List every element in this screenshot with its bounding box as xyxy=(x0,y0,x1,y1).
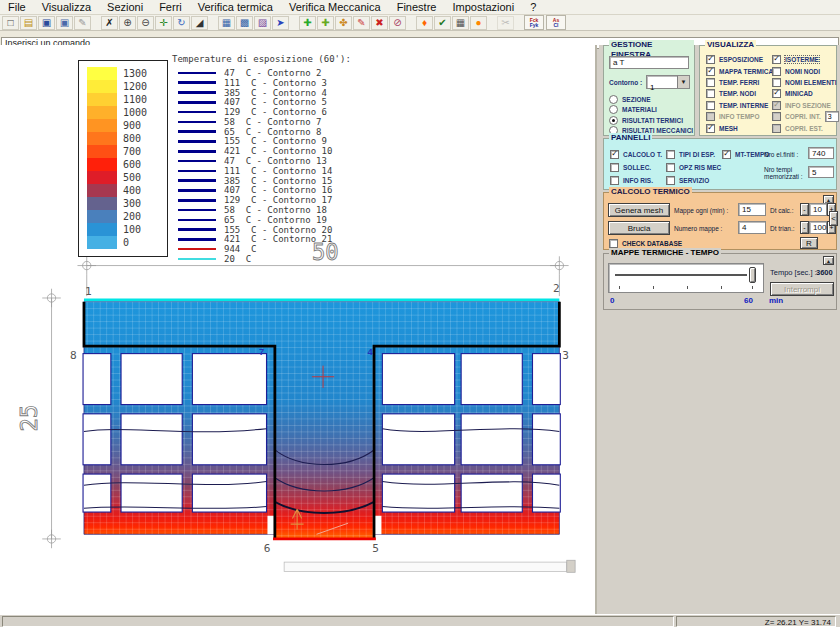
mappa-termica-icon[interactable]: ▨ xyxy=(254,16,271,30)
time-slider[interactable] xyxy=(608,263,764,293)
menu-item[interactable]: Visualizza xyxy=(34,0,99,15)
shade-icon[interactable]: ◢ xyxy=(191,16,208,30)
zoom-out-icon[interactable]: ⊖ xyxy=(137,16,154,30)
brucia-icon[interactable]: ♦ xyxy=(416,16,433,30)
mesh-icon[interactable]: ▩ xyxy=(236,16,253,30)
panel-mappe-termiche: MAPPE TERMICHE - TEMPO ▲ 0 60 min Tempo … xyxy=(603,253,837,310)
exposure-item: 944 C xyxy=(172,244,402,254)
checkbox-row[interactable]: NOMI NODI xyxy=(772,65,839,76)
checkbox-row[interactable]: MAPPA TERMICA xyxy=(706,65,773,76)
checkbox-row[interactable]: ISOTERME xyxy=(772,54,839,65)
redraw-icon[interactable]: ↻ xyxy=(173,16,190,30)
menu-item[interactable]: Verifica Meccanica xyxy=(281,0,389,15)
copri-int-field[interactable]: 3 xyxy=(825,111,839,122)
ferri-icon[interactable]: ➤ xyxy=(272,16,289,30)
fck-fyk-button[interactable]: FckFyk xyxy=(524,15,544,30)
slider-track[interactable] xyxy=(615,274,747,276)
dt-trian-field[interactable]: 100 xyxy=(809,221,827,234)
checkbox-row[interactable]: ESPOSIZIONE xyxy=(706,54,773,65)
zoom-window-icon[interactable]: ⊕ xyxy=(119,16,136,30)
checkbox-row[interactable]: SOLLEC. xyxy=(610,161,662,174)
cancella-icon[interactable]: ⊘ xyxy=(389,16,406,30)
canvas-hscrollbar[interactable] xyxy=(284,560,575,572)
checkbox-row[interactable]: INFO SEZIONE xyxy=(772,100,839,111)
legend-item: 1100 xyxy=(79,93,167,106)
radio-icon xyxy=(609,116,618,125)
tabella-icon[interactable]: ▦ xyxy=(452,16,469,30)
save-icon[interactable]: ▣ xyxy=(38,16,55,30)
new-file-icon[interactable]: □ xyxy=(2,16,19,30)
menu-item[interactable]: ? xyxy=(522,0,544,15)
as-cl-button[interactable]: AsCl xyxy=(546,15,566,30)
checkbox-row[interactable]: COPRI. EST. xyxy=(772,122,839,133)
panel-title: PANNELLI xyxy=(609,133,652,143)
checkbox-icon xyxy=(772,124,781,133)
window-name-input[interactable]: a T xyxy=(609,56,689,69)
save-report-icon[interactable]: ▣ xyxy=(56,16,73,30)
pan-icon[interactable]: ✛ xyxy=(155,16,172,30)
contour-label: 421 C - Contorno 21 xyxy=(224,234,332,244)
sposta-ferro-icon[interactable]: ✤ xyxy=(335,16,352,30)
checkbox-row[interactable]: TIPI DI ESP. xyxy=(666,148,721,161)
dt-trian-minus-button[interactable]: - xyxy=(800,221,809,234)
genera-mesh-button[interactable]: Genera mesh xyxy=(608,203,670,217)
legend-value: 0 xyxy=(123,237,129,248)
radio-row[interactable]: MATERIALI xyxy=(609,105,693,116)
checkbox-icon xyxy=(706,101,715,110)
menu-item[interactable]: Impostazioni xyxy=(444,0,522,15)
dt-calc-field[interactable]: 10 xyxy=(809,203,827,216)
edit-sheet-icon[interactable]: ✎ xyxy=(74,16,91,30)
delete-icon[interactable]: ✗ xyxy=(101,16,118,30)
menu-item[interactable]: Sezioni xyxy=(99,0,151,15)
tempi-field[interactable]: 5 xyxy=(808,166,834,178)
dt-calc-minus-button[interactable]: - xyxy=(800,203,809,216)
exposure-item: 421 C - Contorno 21 xyxy=(172,235,402,245)
radio-row[interactable]: RISULTATI TERMICI xyxy=(609,115,693,126)
chevron-down-icon[interactable]: ▼ xyxy=(677,76,689,88)
taglia-icon[interactable]: ✂ xyxy=(497,16,514,30)
sezione-icon[interactable]: ▦ xyxy=(218,16,235,30)
slider-handle[interactable] xyxy=(749,267,756,283)
legend-swatch xyxy=(87,171,117,184)
check-database-row[interactable]: CHECK DATABASE xyxy=(609,238,682,248)
checkbox-row[interactable]: MINICAD xyxy=(772,88,839,99)
numero-mappe-field[interactable]: 4 xyxy=(738,221,766,234)
el-finiti-field[interactable]: 740 xyxy=(808,147,834,159)
side-panel-column: GESTIONE FINESTRA a T Contorno : 1 ▼ SEZ… xyxy=(599,45,840,614)
drawing-canvas[interactable]: 50 25 xyxy=(0,45,597,614)
checkbox-row[interactable]: TEMP. FERRI xyxy=(706,77,773,88)
add-ferri-multi-icon[interactable]: ✚ xyxy=(317,16,334,30)
menu-item[interactable]: Verifica termica xyxy=(190,0,281,15)
menu-item[interactable]: File xyxy=(0,0,34,15)
radio-row[interactable]: SEZIONE xyxy=(609,94,693,105)
contorno-dropdown[interactable]: 1 ▼ xyxy=(646,75,690,89)
menu-item[interactable]: Ferri xyxy=(151,0,190,15)
elimina-ferro-icon[interactable]: ✖ xyxy=(371,16,388,30)
mappe-ogni-field[interactable]: 15 xyxy=(738,203,766,216)
shrink-panel-button[interactable]: < xyxy=(829,211,838,226)
interrompi-button[interactable]: Interrompi xyxy=(770,282,834,296)
collapse-up-button[interactable]: ▲ xyxy=(823,256,834,265)
checkbox-row[interactable]: COPRI. INT. 3 xyxy=(772,111,839,122)
modifica-ferro-icon[interactable]: ✎ xyxy=(353,16,370,30)
add-ferro-icon[interactable]: ✚ xyxy=(299,16,316,30)
verifica-icon[interactable]: ✔ xyxy=(434,16,451,30)
contour-line-swatch xyxy=(178,179,216,182)
checkbox-row[interactable]: SERVIZIO xyxy=(666,174,721,187)
checkbox-row[interactable]: OPZ RIS MEC xyxy=(666,161,721,174)
checkbox-row[interactable]: TEMP. INTERNE xyxy=(706,100,773,111)
checkbox-row[interactable]: TEMP. NODI xyxy=(706,88,773,99)
open-folder-icon[interactable]: ▤ xyxy=(20,16,37,30)
brucia-button[interactable]: Brucia xyxy=(608,221,670,235)
checkbox-row[interactable]: CALCOLO T. xyxy=(610,148,662,161)
checkbox-row[interactable]: INFO RIS. xyxy=(610,174,662,187)
goccia-icon[interactable]: ● xyxy=(470,16,487,30)
checkbox-row[interactable]: MT-TEMPO xyxy=(722,148,769,161)
menu-item[interactable]: Finestre xyxy=(389,0,445,15)
checkbox-row[interactable]: INFO TEMPO xyxy=(706,111,773,122)
menu-bar: FileVisualizzaSezioniFerriVerifica termi… xyxy=(0,0,840,15)
contour-label: 20 C xyxy=(224,254,251,264)
r-button[interactable]: R xyxy=(800,237,818,249)
checkbox-row[interactable]: MESH xyxy=(706,122,773,133)
checkbox-row[interactable]: NOMI ELEMENTI xyxy=(772,77,839,88)
